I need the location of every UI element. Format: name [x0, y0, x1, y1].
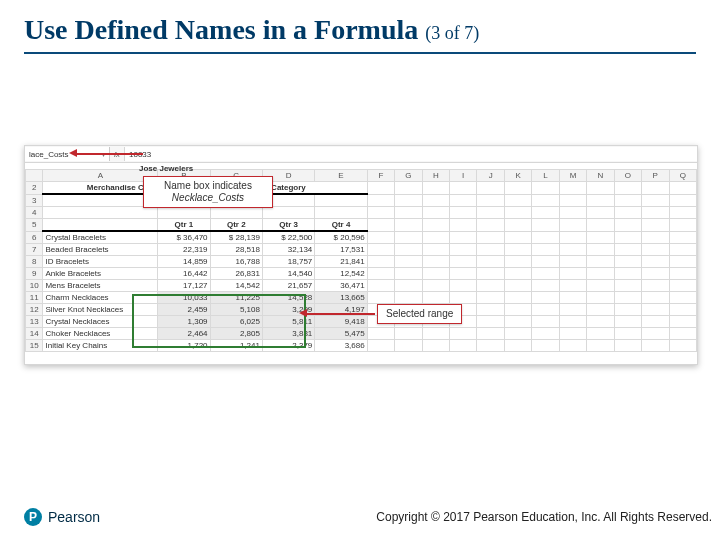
cell: 21,657 [262, 280, 314, 292]
row-head: 10 [26, 280, 43, 292]
cell: Mens Bracelets [43, 280, 158, 292]
callout-selected-range-text: Selected range [386, 308, 453, 319]
cell: 22,319 [158, 244, 210, 256]
cell: 1,720 [158, 340, 210, 352]
cell: 11,225 [210, 292, 262, 304]
arrow-to-namebox [77, 153, 143, 155]
col-K: K [504, 170, 531, 182]
cell: 16,442 [158, 268, 210, 280]
cell: 17,531 [315, 244, 367, 256]
row-head: 12 [26, 304, 43, 316]
col-L: L [532, 170, 559, 182]
col-M: M [559, 170, 586, 182]
cell: 5,811 [262, 316, 314, 328]
spreadsheet-grid: A B C D E F G H I J K L M N O P Q 2 Merc… [25, 169, 697, 352]
cell: 32,134 [262, 244, 314, 256]
cell: Beaded Bracelets [43, 244, 158, 256]
col-P: P [642, 170, 669, 182]
cell: $ 28,139 [210, 231, 262, 244]
cell: 9,418 [315, 316, 367, 328]
worksheet-title: Jose Jewelers [139, 164, 193, 173]
slide-title-main: Use Defined Names in a Formula [24, 14, 418, 45]
formula-bar: 10033 [124, 147, 697, 161]
col-G: G [395, 170, 422, 182]
cell: 2,459 [158, 304, 210, 316]
arrow-head-selection [299, 309, 307, 317]
cell: Qtr 4 [315, 219, 367, 232]
cell: 2,805 [210, 328, 262, 340]
cell: Qtr 2 [210, 219, 262, 232]
title-underline [24, 52, 696, 54]
cell: Qtr 1 [158, 219, 210, 232]
cell: Charm Necklaces [43, 292, 158, 304]
cell: Crystal Necklaces [43, 316, 158, 328]
cell: 5,108 [210, 304, 262, 316]
table-row: 7Beaded Bracelets22,31928,51832,13417,53… [26, 244, 697, 256]
table-row: 6Crystal Bracelets$ 36,470$ 28,139$ 22,5… [26, 231, 697, 244]
table-row: 8ID Bracelets14,85916,78818,75721,841 [26, 256, 697, 268]
arrow-head-namebox [69, 149, 77, 157]
cell: Choker Necklaces [43, 328, 158, 340]
col-I: I [450, 170, 477, 182]
row-head: 15 [26, 340, 43, 352]
cell: Initial Key Chains [43, 340, 158, 352]
table-row: 15Initial Key Chains1,7201,2412,3793,686 [26, 340, 697, 352]
table-row: 10Mens Bracelets17,12714,54221,65736,471 [26, 280, 697, 292]
cell: $ 36,470 [158, 231, 210, 244]
cell: 12,542 [315, 268, 367, 280]
table-row: 11Charm Necklaces10,03311,22514,52813,66… [26, 292, 697, 304]
cell: 14,859 [158, 256, 210, 268]
cell: 1,309 [158, 316, 210, 328]
copyright-text: Copyright © 2017 Pearson Education, Inc.… [376, 510, 712, 524]
pearson-logo: P Pearson [24, 508, 100, 526]
col-Q: Q [669, 170, 697, 182]
col-N: N [587, 170, 614, 182]
col-E: E [315, 170, 367, 182]
cell: 16,788 [210, 256, 262, 268]
callout-namebox-line1: Name box indicates [152, 180, 264, 192]
cell: 17,127 [158, 280, 210, 292]
cell: 2,464 [158, 328, 210, 340]
cell: Merchandise Cost [43, 182, 158, 195]
row-head: 9 [26, 268, 43, 280]
cell: 5,475 [315, 328, 367, 340]
cell: ID Bracelets [43, 256, 158, 268]
cell: $ 20,596 [315, 231, 367, 244]
pearson-brand-text: Pearson [48, 509, 100, 525]
cell: Crystal Bracelets [43, 231, 158, 244]
cell: 6,025 [210, 316, 262, 328]
callout-selected-range: Selected range [377, 304, 462, 324]
row-head: 6 [26, 231, 43, 244]
cell: 18,757 [262, 256, 314, 268]
slide-title: Use Defined Names in a Formula (3 of 7) [24, 14, 479, 46]
cell: 21,841 [315, 256, 367, 268]
cell: $ 22,500 [262, 231, 314, 244]
cell: 10,033 [158, 292, 210, 304]
cell: 3,686 [315, 340, 367, 352]
table-row: 2 Merchandise Cost s Category [26, 182, 697, 195]
cell: 14,528 [262, 292, 314, 304]
col-F: F [367, 170, 394, 182]
cell: 28,518 [210, 244, 262, 256]
row-head: 11 [26, 292, 43, 304]
cell: Ankle Bracelets [43, 268, 158, 280]
row-head: 5 [26, 219, 43, 232]
row-head: 8 [26, 256, 43, 268]
cell: 36,471 [315, 280, 367, 292]
callout-namebox: Name box indicates Necklace_Costs [143, 176, 273, 208]
row-head: 7 [26, 244, 43, 256]
cell: 2,379 [262, 340, 314, 352]
table-row: 4 [26, 207, 697, 219]
table-row: 3 [26, 194, 697, 207]
row-head: 14 [26, 328, 43, 340]
cell: 26,831 [210, 268, 262, 280]
col-J: J [477, 170, 504, 182]
pearson-p-icon: P [24, 508, 42, 526]
table-row: 9Ankle Bracelets16,44226,83114,54012,542 [26, 268, 697, 280]
name-box-value: lace_Costs [29, 150, 69, 159]
table-row: 13Crystal Necklaces1,3096,0255,8119,418 [26, 316, 697, 328]
row-head: 13 [26, 316, 43, 328]
row-head: 2 [26, 182, 43, 195]
cell: Qtr 3 [262, 219, 314, 232]
row-head: 4 [26, 207, 43, 219]
